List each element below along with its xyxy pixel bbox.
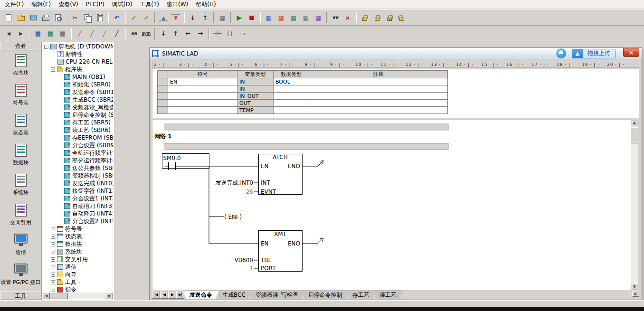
insert-line-down-button[interactable]: ↓: [158, 28, 169, 39]
contact-operand[interactable]: SM0.0: [163, 155, 180, 161]
print-button[interactable]: [40, 12, 51, 23]
var-type-cell[interactable]: OUT: [237, 100, 274, 107]
cut-button[interactable]: ✂: [69, 12, 81, 23]
tree-item-32[interactable]: +指令: [43, 286, 113, 292]
menu-item-1[interactable]: 编辑(E): [28, 0, 55, 9]
var-type-cell[interactable]: TEMP: [237, 107, 274, 114]
sidebar-item-program-block[interactable]: 程序块: [0, 50, 41, 80]
symbol-cell[interactable]: [168, 100, 237, 107]
comment-cell[interactable]: [309, 107, 448, 114]
copy-button[interactable]: [82, 12, 93, 23]
tree-item-30[interactable]: +向导: [43, 271, 113, 278]
data-type-cell[interactable]: [274, 85, 309, 93]
sidebar-item-data-block[interactable]: 数据块: [0, 140, 41, 170]
data-type-cell[interactable]: [274, 100, 309, 107]
pou-blue-marker-button[interactable]: ╱: [86, 28, 98, 39]
insert-line-left-button[interactable]: ←: [182, 28, 194, 39]
sidebar-item-set-pgpc-interface[interactable]: 设置 PG/PC 接口: [0, 260, 41, 290]
expand-icon[interactable]: +: [51, 280, 55, 284]
tree-item-3[interactable]: -程序块: [43, 66, 113, 73]
tree-item-27[interactable]: +系统块: [43, 248, 113, 255]
paste-button[interactable]: [94, 12, 105, 23]
menu-item-6[interactable]: 窗口(W): [163, 0, 192, 9]
insert-coil-button[interactable]: ( ): [224, 28, 236, 39]
write-all-button[interactable]: 66: [330, 12, 341, 23]
compile-all-button[interactable]: ✓: [141, 12, 152, 23]
menu-item-5[interactable]: 工具(T): [136, 0, 163, 9]
symbol-cell[interactable]: EN: [168, 78, 237, 85]
scrollbar-thumb[interactable]: [631, 127, 638, 143]
data-type-cell[interactable]: [274, 107, 309, 114]
tools-bar-header[interactable]: 工具: [0, 292, 41, 300]
expand-icon[interactable]: +: [51, 288, 55, 292]
sort-ascending-button[interactable]: ↓: [187, 12, 199, 23]
symbol-table-view-button[interactable]: ▦: [32, 28, 44, 39]
eni-coil[interactable]: ( ENI ): [224, 214, 242, 220]
tree-item-31[interactable]: +工具: [43, 278, 113, 286]
row-selector-cell[interactable]: [158, 100, 168, 107]
view-bar-header[interactable]: 查看: [0, 42, 41, 50]
chart-status-button[interactable]: ▦: [288, 12, 299, 23]
tabbar-scroll-right-button[interactable]: ▶: [632, 291, 639, 297]
tree-scroll-left-button[interactable]: ◀: [43, 292, 50, 299]
collapse-icon[interactable]: -: [44, 45, 48, 49]
tree-item-1[interactable]: ?新特性: [43, 50, 113, 58]
tree-item-25[interactable]: +状态表: [43, 233, 113, 240]
insert-line-up-button[interactable]: ↑: [170, 28, 181, 39]
view-symbolic-button[interactable]: 66: [128, 28, 140, 39]
atch-int-operand[interactable]: 发送完成:INT0: [215, 179, 253, 186]
close-button[interactable]: ×: [623, 48, 639, 57]
tab-生成BCC[interactable]: 生成BCC: [216, 291, 252, 299]
tree-item-29[interactable]: +通信: [43, 263, 113, 271]
comment-cell[interactable]: [309, 100, 448, 107]
tree-item-13[interactable]: 分合设置 (SBR9): [43, 141, 113, 149]
xmt-box[interactable]: XMT EN ENO TBL PORT VB600 1: [235, 231, 303, 272]
drag-upload-button[interactable]: ▲ 拖拽上传: [572, 49, 616, 58]
scroll-up-button[interactable]: ▲: [631, 120, 638, 126]
upload-button[interactable]: ▲: [158, 12, 169, 23]
network-title-bar[interactable]: [165, 143, 448, 150]
tab-nav-button-1[interactable]: ◀: [160, 291, 168, 299]
expand-icon[interactable]: +: [51, 227, 55, 231]
menu-item-4[interactable]: 调试(D): [108, 0, 136, 9]
table-grid-view-button[interactable]: ▦: [57, 28, 68, 39]
scroll-down-button[interactable]: ▼: [631, 283, 638, 290]
data-type-cell[interactable]: BOOL: [274, 78, 309, 85]
sidebar-item-cross-reference[interactable]: 交叉引用: [0, 200, 41, 230]
symbolic-addressing-button[interactable]: ▤: [45, 28, 56, 39]
trend-view-button[interactable]: ▦: [300, 12, 312, 23]
run-mode-button[interactable]: ▶: [234, 12, 245, 23]
sidebar-item-communications[interactable]: 通信: [0, 230, 41, 260]
tab-nav-button-2[interactable]: ▶: [168, 291, 176, 299]
open-project-button[interactable]: [15, 12, 27, 23]
options-button[interactable]: ▦: [217, 12, 228, 23]
comment-cell[interactable]: [309, 85, 448, 93]
pou-red-marker-button[interactable]: ╱: [74, 28, 85, 39]
sidebar-item-symbol-table[interactable]: 符号表: [0, 80, 41, 110]
stop-mode-button[interactable]: ■: [246, 12, 257, 23]
comment-cell[interactable]: [309, 78, 448, 85]
drag-upload-badge-icon[interactable]: [556, 48, 566, 58]
expand-icon[interactable]: +: [51, 265, 55, 269]
expand-icon[interactable]: +: [51, 273, 55, 277]
force-values-button[interactable]: ×: [342, 12, 353, 23]
compile-button[interactable]: ✓: [128, 12, 140, 23]
tree-item-26[interactable]: +数据块: [43, 240, 113, 248]
tree-item-22[interactable]: 自动降刀 (INT4): [43, 210, 113, 217]
row-selector-cell[interactable]: [158, 93, 168, 100]
ladder-canvas[interactable]: 网络 1 SM0.0 ATCH EN ENO INT EVN: [152, 120, 631, 290]
tree-scrollbar-thumb[interactable]: [50, 292, 68, 299]
pause-status-button[interactable]: ▦: [275, 12, 287, 23]
row-selector-cell[interactable]: [158, 78, 168, 85]
tree-item-23[interactable]: 分合设置2 (INT5): [43, 217, 113, 225]
sidebar-item-status-chart[interactable]: 状态表: [0, 110, 41, 140]
tree-item-11[interactable]: 读工艺 (SBR6): [43, 126, 113, 134]
download-button[interactable]: ▼: [170, 12, 181, 23]
tree-scroll-right-button[interactable]: ▶: [106, 292, 113, 299]
row-selector-cell[interactable]: [158, 85, 168, 93]
symbol-cell[interactable]: [168, 85, 237, 93]
tree-item-15[interactable]: 部分运行频率计算 (: [43, 157, 113, 164]
data-type-cell[interactable]: [274, 93, 309, 100]
previous-bookmark-button[interactable]: ◀: [3, 28, 14, 39]
sidebar-item-system-block[interactable]: 系统块: [0, 170, 41, 200]
